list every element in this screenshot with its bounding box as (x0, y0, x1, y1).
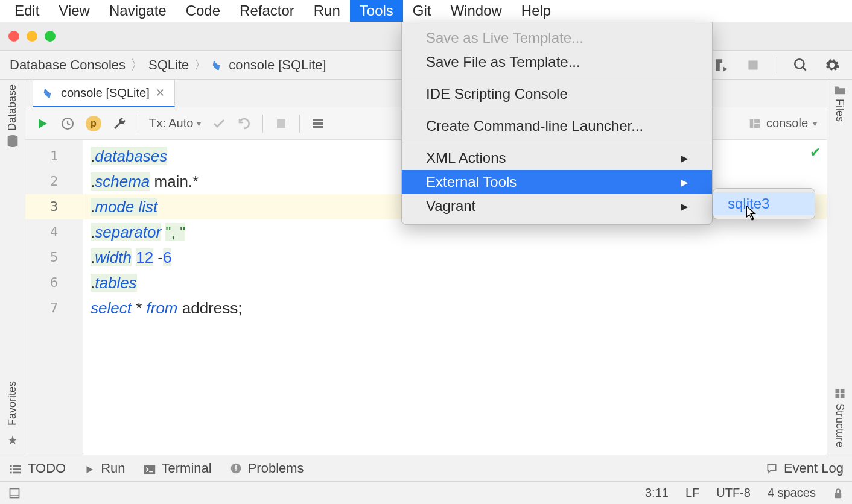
terminal-label: Terminal (162, 461, 212, 476)
line-number: 5 (25, 245, 83, 270)
breadcrumb: Database Consoles 〉 SQLite 〉 console [SQ… (0, 56, 326, 74)
tx-mode-dropdown[interactable]: Tx: Auto ▾ (149, 116, 201, 130)
chevron-right-icon: 〉 (194, 56, 207, 74)
rollback-icon[interactable] (237, 116, 252, 131)
play-icon (84, 463, 95, 474)
code-line[interactable]: .tables (91, 270, 827, 295)
caret-position[interactable]: 3:11 (645, 486, 669, 500)
maximize-window-button[interactable] (45, 31, 56, 42)
indent-setting[interactable]: 4 spaces (768, 486, 816, 500)
run-with-coverage-icon[interactable] (714, 57, 730, 73)
menu-view[interactable]: View (49, 0, 100, 22)
problems-tool[interactable]: Problems (230, 461, 304, 476)
favorites-tool-tab[interactable]: Favorites ★ (6, 381, 19, 447)
status-bar: 3:11 LF UTF-8 4 spaces (0, 481, 852, 504)
tx-label: Tx: Auto (149, 116, 193, 130)
menu-refactor[interactable]: Refactor (230, 0, 304, 22)
playground-icon[interactable]: p (86, 116, 101, 131)
run-label: Run (101, 461, 125, 476)
run-tool[interactable]: Run (84, 461, 125, 476)
line-number: 3 (25, 194, 83, 219)
code-line[interactable]: select * from address; (91, 295, 827, 321)
line-number: 2 (25, 169, 83, 194)
todo-tool[interactable]: TODO (8, 461, 66, 476)
breadcrumb-item[interactable]: Database Consoles (10, 57, 126, 73)
window-controls (8, 31, 56, 42)
menu-item[interactable]: Vagrant▶ (402, 194, 712, 218)
nav-actions (714, 57, 852, 73)
menu-item: Save as Live Template... (402, 26, 712, 50)
tool-windows-icon[interactable] (8, 487, 21, 499)
todo-label: TODO (28, 461, 66, 476)
console-picker-label: console (766, 116, 808, 130)
wrench-icon[interactable] (112, 116, 127, 131)
terminal-tool[interactable]: Terminal (144, 461, 212, 476)
database-tool-tab[interactable]: Database (6, 84, 19, 148)
menu-item[interactable]: External Tools▶ (402, 170, 712, 194)
chevron-down-icon: ▾ (813, 119, 817, 128)
menu-tools[interactable]: Tools (350, 0, 403, 22)
menu-divider (402, 78, 712, 78)
files-label: Files (833, 99, 846, 122)
menu-help[interactable]: Help (512, 0, 561, 22)
menu-item-label: Save as Live Template... (426, 30, 583, 46)
svg-rect-8 (313, 126, 323, 128)
structure-tool-tab[interactable]: Structure (833, 388, 846, 447)
svg-rect-18 (10, 468, 12, 470)
menu-item[interactable]: Create Command-line Launcher... (402, 114, 712, 138)
svg-rect-6 (313, 119, 323, 121)
svg-point-3 (7, 135, 17, 139)
menu-item[interactable]: XML Actions▶ (402, 146, 712, 170)
editor-tab-console[interactable]: console [SQLite] ✕ (33, 80, 175, 107)
line-number: 7 (25, 295, 83, 321)
close-window-button[interactable] (8, 31, 19, 42)
event-log-tool[interactable]: Event Log (766, 461, 844, 476)
view-as-table-icon[interactable] (311, 116, 325, 131)
cancel-query-icon[interactable] (274, 116, 288, 131)
svg-rect-26 (10, 488, 19, 497)
close-tab-icon[interactable]: ✕ (156, 86, 165, 99)
console-picker[interactable]: console ▾ (748, 116, 817, 130)
chevron-right-icon: ▶ (681, 177, 688, 188)
console-file-icon (43, 87, 55, 99)
history-icon[interactable] (60, 116, 75, 131)
menu-run[interactable]: Run (304, 0, 350, 22)
tools-menu-dropdown: Save as Live Template...Save File as Tem… (401, 22, 713, 225)
stop-icon[interactable] (745, 57, 761, 73)
menu-item[interactable]: Save File as Template... (402, 50, 712, 74)
line-separator[interactable]: LF (685, 486, 699, 500)
svg-rect-7 (313, 122, 323, 125)
menu-code[interactable]: Code (176, 0, 230, 22)
menu-item-label: External Tools (426, 174, 517, 191)
breadcrumb-item[interactable]: console [SQLite] (229, 57, 326, 73)
commit-icon[interactable] (212, 116, 226, 131)
right-tool-strip: Files Structure (827, 80, 852, 455)
submenu-item[interactable]: sqlite3 (713, 192, 815, 215)
gear-icon[interactable] (824, 57, 840, 73)
svg-rect-14 (835, 394, 839, 398)
menu-item-label: Create Command-line Launcher... (426, 118, 643, 134)
search-icon[interactable] (793, 57, 809, 73)
line-number: 6 (25, 270, 83, 295)
list-icon (8, 463, 22, 474)
svg-line-2 (803, 67, 806, 70)
problems-label: Problems (248, 461, 304, 476)
structure-label: Structure (833, 403, 846, 447)
breadcrumb-item[interactable]: SQLite (148, 57, 189, 73)
execute-icon[interactable] (35, 116, 49, 131)
chevron-right-icon: 〉 (130, 56, 144, 74)
inspection-ok-icon[interactable]: ✔ (810, 145, 821, 160)
lock-icon[interactable] (833, 487, 844, 499)
menu-navigate[interactable]: Navigate (100, 0, 176, 22)
menu-window[interactable]: Window (441, 0, 512, 22)
menu-git[interactable]: Git (403, 0, 441, 22)
menu-edit[interactable]: Edit (5, 0, 49, 22)
files-tool-tab[interactable]: Files (833, 84, 847, 122)
minimize-window-button[interactable] (27, 31, 37, 42)
star-icon: ★ (7, 433, 18, 447)
file-encoding[interactable]: UTF-8 (716, 486, 751, 500)
code-line[interactable]: .width 12 -6 (91, 245, 827, 270)
menu-item[interactable]: IDE Scripting Console (402, 82, 712, 106)
editor-tab-label: console [SQLite] (61, 86, 150, 100)
terminal-icon (144, 463, 156, 474)
